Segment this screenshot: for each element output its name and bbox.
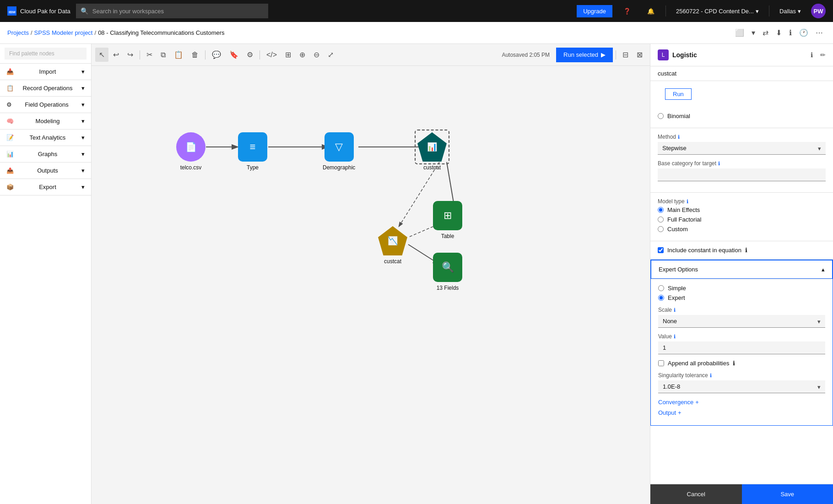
model-type-info-icon[interactable]: ℹ bbox=[687, 199, 688, 205]
panel-toggle-right-button[interactable]: ⊠ bbox=[633, 48, 646, 62]
sidebar-item-field-operations[interactable]: ⚙ Field Operations ▾ bbox=[0, 97, 91, 113]
fields-node-label: 13 Fields bbox=[437, 285, 459, 291]
method-info-icon[interactable]: ℹ bbox=[678, 134, 680, 140]
binomial-radio[interactable] bbox=[658, 113, 664, 119]
play-icon: ▶ bbox=[601, 51, 606, 58]
custom-radio-row: Custom bbox=[658, 226, 826, 233]
singularity-field: Singularity tolerance ℹ 1.0E-8 1.0E-6 1.… bbox=[658, 372, 825, 393]
save-button[interactable]: Save bbox=[742, 484, 833, 504]
copy-button[interactable]: ⧉ bbox=[157, 48, 169, 62]
download-button[interactable]: ⬇ bbox=[773, 26, 784, 40]
sidebar-item-import[interactable]: 📥 Import ▾ bbox=[0, 64, 91, 80]
sidebar-item-export[interactable]: 📦 Export ▾ bbox=[0, 179, 91, 195]
simple-radio[interactable] bbox=[658, 285, 664, 291]
sidebar-item-outputs[interactable]: 📤 Outputs ▾ bbox=[0, 163, 91, 179]
search-input[interactable] bbox=[76, 4, 268, 18]
scale-info-icon[interactable]: ℹ bbox=[674, 307, 676, 313]
code-button[interactable]: </> bbox=[263, 48, 281, 62]
notifications-button[interactable]: 🔔 bbox=[642, 0, 660, 22]
cancel-button[interactable]: Cancel bbox=[650, 484, 742, 504]
toolbar: ↖ ↩ ↪ ✂ ⧉ 📋 🗑 💬 🔖 ⚙ </> ⊞ ⊕ ⊖ ⤢ Autosave… bbox=[92, 44, 650, 66]
redo-button[interactable]: ↪ bbox=[124, 48, 137, 62]
pointer-tool-button[interactable]: ↖ bbox=[95, 48, 108, 62]
breadcrumb-actions: ⬜ ▾ ⇄ ⬇ ℹ 🕐 ⋯ bbox=[732, 26, 826, 40]
include-constant-info-icon[interactable]: ℹ bbox=[745, 247, 747, 254]
export-icon: 📦 bbox=[6, 184, 14, 190]
base-category-label-row: Base category for target ℹ bbox=[658, 160, 826, 167]
run-button[interactable]: Run bbox=[665, 88, 692, 100]
base-category-info-icon[interactable]: ℹ bbox=[718, 161, 720, 167]
upgrade-button[interactable]: Upgrade bbox=[577, 5, 612, 17]
app-logo: IBM Cloud Pak for Data bbox=[7, 6, 70, 16]
node-telco[interactable]: 📄 telco.csv bbox=[176, 132, 206, 171]
sidebar-item-text-analytics[interactable]: 📝 Text Analytics ▾ bbox=[0, 130, 91, 146]
run-section: Run bbox=[650, 81, 833, 107]
undo-button[interactable]: ↩ bbox=[109, 48, 123, 62]
paste-button[interactable]: 📋 bbox=[170, 48, 187, 62]
expert-options-section: Expert Options ▴ Simple Expert Scale ℹ bbox=[650, 260, 833, 426]
run-selected-button[interactable]: Run selected ▶ bbox=[556, 48, 613, 62]
settings-button[interactable]: ⚙ bbox=[243, 48, 257, 62]
append-all-checkbox[interactable] bbox=[658, 360, 664, 366]
model-type-label: Model type ℹ bbox=[658, 198, 826, 205]
layout-icon-button[interactable]: ⬜ bbox=[732, 26, 747, 40]
search-icon: 🔍 bbox=[81, 7, 88, 15]
chevron-down-button[interactable]: ▾ bbox=[749, 26, 758, 40]
avatar[interactable]: PW bbox=[811, 4, 826, 18]
base-category-input[interactable] bbox=[658, 168, 826, 181]
right-panel-node-name: custcat bbox=[650, 66, 833, 81]
grid-button[interactable]: ⊞ bbox=[281, 48, 295, 62]
method-select[interactable]: Stepwise Forward Backward Enter bbox=[658, 142, 826, 155]
chevron-down-icon: ▾ bbox=[798, 8, 801, 15]
convergence-expand[interactable]: Convergence + bbox=[658, 399, 825, 406]
collapse-icon: ▴ bbox=[822, 266, 825, 273]
node-type[interactable]: ≡ Type bbox=[238, 132, 267, 171]
sidebar-item-graphs[interactable]: 📊 Graphs ▾ bbox=[0, 146, 91, 162]
info-button[interactable]: ℹ bbox=[786, 26, 795, 40]
breadcrumb-projects[interactable]: Projects bbox=[7, 29, 29, 36]
node-custcat2[interactable]: 📉 custcat bbox=[378, 226, 407, 265]
expert-options-header[interactable]: Expert Options ▴ bbox=[651, 260, 833, 279]
panel-toggle-button[interactable]: ⊟ bbox=[619, 48, 632, 62]
custom-radio[interactable] bbox=[658, 226, 664, 232]
more-button[interactable]: ⋯ bbox=[813, 26, 826, 40]
delete-button[interactable]: 🗑 bbox=[188, 48, 202, 62]
sidebar-item-modeling[interactable]: 🧠 Modeling ▾ bbox=[0, 113, 91, 129]
breadcrumb-spss[interactable]: SPSS Modeler project bbox=[34, 29, 93, 36]
value-field: Value ℹ bbox=[658, 333, 825, 354]
workspace-selector[interactable]: 2560722 - CPD Content De... ▾ bbox=[671, 8, 763, 15]
scale-select[interactable]: None Pearson Deviance Fixed bbox=[658, 315, 825, 328]
include-constant-checkbox[interactable] bbox=[658, 247, 664, 253]
sidebar-search-input[interactable] bbox=[5, 48, 87, 60]
switch-icon-button[interactable]: ⇄ bbox=[760, 26, 771, 40]
cut-button[interactable]: ✂ bbox=[143, 48, 156, 62]
node-table[interactable]: ⊞ Table bbox=[433, 201, 462, 239]
node-demographic[interactable]: ▽ Demographic bbox=[323, 132, 355, 171]
help-button[interactable]: ❓ bbox=[618, 0, 636, 22]
sidebar-item-record-operations[interactable]: 📋 Record Operations ▾ bbox=[0, 80, 91, 96]
chevron-down-icon: ▾ bbox=[756, 8, 759, 15]
table-node-icon: ⊞ bbox=[444, 210, 452, 222]
append-all-info-icon[interactable]: ℹ bbox=[733, 360, 735, 367]
main-effects-radio[interactable] bbox=[658, 207, 664, 213]
panel-edit-icon[interactable]: ✏ bbox=[820, 51, 826, 59]
bookmark-button[interactable]: 🔖 bbox=[226, 48, 242, 62]
region-selector[interactable]: Dallas ▾ bbox=[775, 8, 806, 15]
node-13fields[interactable]: 🔍 13 Fields bbox=[433, 253, 462, 291]
zoom-out-button[interactable]: ⊖ bbox=[310, 48, 323, 62]
full-factorial-radio[interactable] bbox=[658, 217, 664, 222]
canvas[interactable]: 📄 telco.csv ≡ Type ▽ Demographic bbox=[92, 66, 650, 504]
comment-button[interactable]: 💬 bbox=[208, 48, 225, 62]
value-info-icon[interactable]: ℹ bbox=[674, 334, 676, 340]
singularity-info-icon[interactable]: ℹ bbox=[710, 373, 712, 379]
value-input[interactable] bbox=[658, 341, 825, 354]
right-panel-title: Logistic bbox=[672, 51, 807, 59]
fit-button[interactable]: ⤢ bbox=[324, 48, 337, 62]
singularity-select[interactable]: 1.0E-8 1.0E-6 1.0E-4 bbox=[658, 380, 825, 393]
panel-info-icon[interactable]: ℹ bbox=[811, 51, 813, 59]
expert-radio[interactable] bbox=[658, 295, 664, 301]
clock-button[interactable]: 🕐 bbox=[796, 26, 811, 40]
zoom-in-button[interactable]: ⊕ bbox=[296, 48, 309, 62]
output-expand[interactable]: Output + bbox=[658, 409, 825, 416]
node-custcat[interactable]: 📊 custcat bbox=[417, 132, 447, 171]
